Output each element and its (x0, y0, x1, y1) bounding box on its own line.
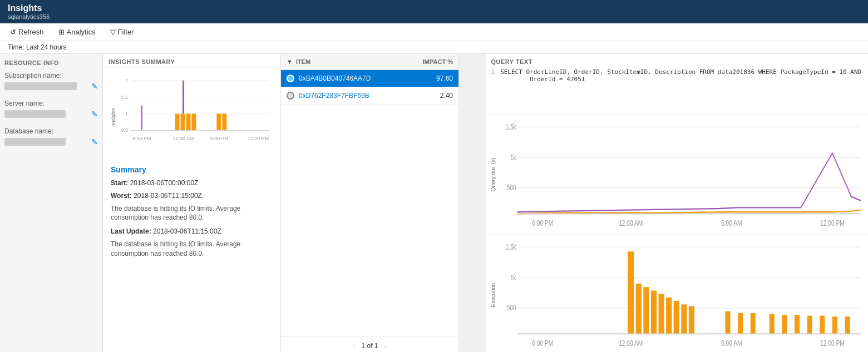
query-panel: QUERY TEXT 1 SELECT OrderLineID, OrderID… (486, 54, 869, 352)
svg-text:6:00 AM: 6:00 AM (721, 219, 742, 228)
impact-col-header: IMPACT % (408, 58, 453, 65)
query-text: SELECT OrderLineID, OrderID, StockItemID… (500, 68, 861, 83)
middle-section: INSIGHTS SUMMARY 2 1.5 1 0.5 Insights (103, 54, 486, 352)
analytics-button[interactable]: ⊞ Analytics (56, 27, 98, 37)
pagination-label: 1 of 1 (361, 342, 378, 350)
svg-rect-50 (725, 311, 730, 334)
svg-rect-53 (769, 314, 774, 334)
server-value (4, 110, 66, 118)
filter-label: Filter (118, 28, 134, 36)
svg-rect-44 (650, 290, 656, 334)
item-icon-1 (287, 92, 294, 100)
svg-text:6:00 PM: 6:00 PM (532, 219, 553, 228)
subscription-field: Subscription name: ✎ (4, 72, 98, 91)
svg-text:1.5k: 1.5k (505, 242, 516, 251)
svg-rect-51 (738, 313, 743, 333)
app-title: Insights (8, 3, 860, 13)
subscription-edit-icon[interactable]: ✎ (91, 82, 98, 91)
item-name-1: 0xD762F283F7FBF59B (299, 92, 420, 100)
svg-text:6:00 PM: 6:00 PM (532, 339, 553, 348)
svg-rect-56 (807, 315, 812, 334)
server-edit-icon[interactable]: ✎ (91, 110, 98, 118)
svg-rect-41 (628, 251, 634, 334)
items-panel: ▼ ITEM IMPACT % 0xBA4B0B040746AA7D 97.60… (281, 54, 459, 352)
item-row-0[interactable]: 0xBA4B0B040746AA7D 97.60 (281, 70, 458, 87)
analytics-icon: ⊞ (58, 28, 65, 36)
item-row-1[interactable]: 0xD762F283F7FBF59B 2.40 (281, 87, 458, 105)
next-page-button[interactable]: › (384, 341, 387, 350)
summary-desc2: The database is hitting its IO limits. A… (111, 240, 273, 259)
toolbar: ↺ Refresh ⊞ Analytics ▽ Filter (0, 23, 868, 41)
insights-chart: 2 1.5 1 0.5 Insights (108, 72, 275, 155)
svg-rect-12 (186, 114, 191, 131)
svg-rect-52 (750, 313, 755, 333)
refresh-label: Refresh (18, 28, 44, 36)
svg-rect-10 (175, 114, 180, 131)
item-name-0: 0xBA4B0B040746AA7D (299, 75, 420, 82)
filter-button[interactable]: ▽ Filter (108, 27, 136, 37)
svg-text:1: 1 (125, 111, 128, 116)
resource-panel: RESOURCE INFO Subscription name: ✎ Serve… (0, 54, 103, 352)
svg-rect-14 (216, 114, 221, 131)
summary-worst: Worst: 2018-03-06T11:15:00Z (111, 191, 273, 201)
svg-text:12:00 AM: 12:00 AM (619, 339, 643, 348)
query-text-section: QUERY TEXT 1 SELECT OrderLineID, OrderID… (486, 54, 869, 115)
query-text-title: QUERY TEXT (491, 58, 863, 65)
analytics-label: Analytics (67, 28, 96, 36)
time-label: Time: Last 24 hours (8, 43, 67, 51)
svg-text:12:00 PM: 12:00 PM (820, 219, 845, 228)
svg-text:1k: 1k (510, 153, 516, 162)
svg-rect-48 (681, 304, 687, 334)
svg-rect-49 (688, 306, 694, 334)
svg-text:0.5: 0.5 (121, 127, 127, 133)
svg-text:1.5: 1.5 (121, 95, 127, 100)
insights-panel: INSIGHTS SUMMARY 2 1.5 1 0.5 Insights (103, 54, 281, 352)
subscription-label: Subscription name: (4, 72, 98, 80)
execution-chart-section: Execution 1.5k 1k 500 (486, 235, 869, 353)
svg-text:2: 2 (125, 78, 128, 83)
item-col-header: ITEM (296, 58, 405, 65)
svg-rect-43 (643, 287, 649, 334)
svg-rect-55 (794, 315, 799, 334)
database-edit-icon[interactable]: ✎ (91, 137, 98, 146)
summary-last-update: Last Update: 2018-03-06T11:15:00Z (111, 227, 273, 236)
filter-icon-header: ▼ (287, 58, 293, 65)
svg-text:6:00 PM: 6:00 PM (132, 136, 151, 141)
app-header: Insights sqlanalytics356 (0, 0, 868, 23)
item-impact-0: 97.60 (420, 75, 453, 82)
svg-rect-45 (658, 294, 664, 334)
resource-info-title: RESOURCE INFO (4, 60, 98, 66)
main-content: RESOURCE INFO Subscription name: ✎ Serve… (0, 54, 868, 352)
time-bar: Time: Last 24 hours (0, 41, 868, 54)
insights-chart-container: 2 1.5 1 0.5 Insights (103, 68, 280, 160)
summary-desc1: The database is hitting its IO limits. A… (111, 204, 273, 223)
svg-text:12:00 AM: 12:00 AM (619, 219, 643, 228)
svg-rect-15 (222, 114, 226, 131)
svg-text:6:00 AM: 6:00 AM (721, 339, 742, 348)
svg-rect-13 (192, 114, 196, 131)
items-header: ▼ ITEM IMPACT % (281, 54, 458, 70)
chart-bottom-panels: Query dur. (s) 1.5k 1k 500 (486, 115, 869, 352)
execution-y-label: Execution (490, 239, 496, 351)
svg-text:1k: 1k (510, 273, 516, 282)
filter-icon: ▽ (110, 28, 116, 36)
prev-page-button[interactable]: ‹ (353, 341, 356, 350)
database-value (4, 138, 66, 146)
svg-rect-54 (782, 315, 787, 334)
svg-text:1.5k: 1.5k (505, 123, 516, 132)
svg-text:6:00 AM: 6:00 AM (210, 136, 229, 141)
svg-text:12:00 PM: 12:00 PM (248, 136, 269, 141)
database-field: Database name: ✎ (4, 127, 98, 146)
subscription-value (4, 82, 77, 90)
summary-title: Summary (111, 165, 273, 174)
svg-rect-59 (845, 316, 850, 334)
items-pagination: ‹ 1 of 1 › (281, 336, 458, 352)
svg-text:Insights: Insights (111, 108, 116, 125)
summary-content: Summary Start: 2018-03-06T00:00:00Z Wors… (103, 160, 280, 352)
item-impact-1: 2.40 (420, 92, 453, 100)
svg-rect-42 (635, 284, 641, 334)
query-dur-y-label: Query dur. (s) (490, 118, 496, 231)
server-field: Server name: ✎ (4, 100, 98, 118)
refresh-button[interactable]: ↺ Refresh (8, 27, 46, 37)
svg-text:500: 500 (506, 303, 516, 312)
